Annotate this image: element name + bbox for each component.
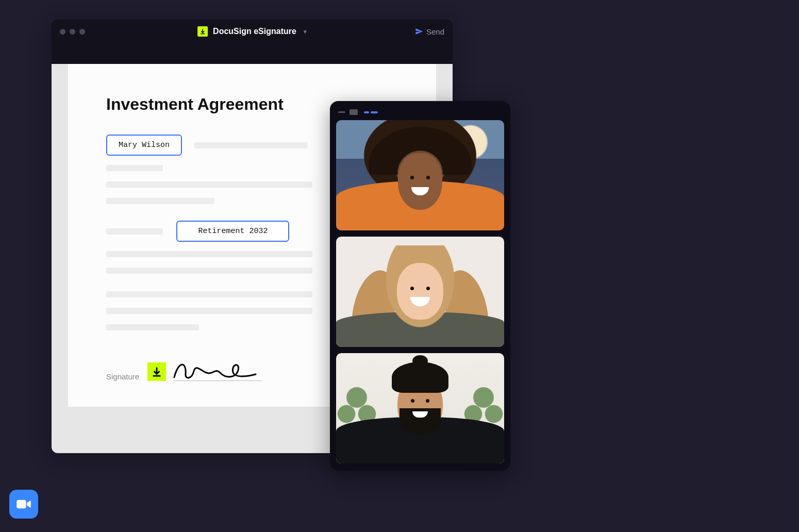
docusign-download-icon xyxy=(197,26,208,37)
signature-scribble xyxy=(171,359,264,381)
traffic-close[interactable] xyxy=(60,29,65,35)
app-title: DocuSign eSignature xyxy=(213,27,296,36)
placeholder-line xyxy=(106,308,312,314)
participant-name: Mary Wilson xyxy=(346,215,386,223)
minimize-icon[interactable] xyxy=(338,111,345,113)
video-tile[interactable]: Blake Hayes xyxy=(336,353,504,463)
avatar xyxy=(397,263,443,320)
placeholder-line xyxy=(106,165,163,171)
plan-field[interactable]: Retirement 2032 xyxy=(176,221,289,242)
background-decor xyxy=(458,381,504,463)
background-decor xyxy=(336,381,382,463)
traffic-maximize[interactable] xyxy=(79,29,85,35)
placeholder-line xyxy=(106,181,312,188)
placeholder-line xyxy=(194,142,308,148)
layout-toggle-icon[interactable] xyxy=(364,111,378,113)
window-traffic-lights[interactable] xyxy=(60,29,85,35)
chevron-down-icon[interactable]: ▾ xyxy=(304,28,307,35)
maximize-icon[interactable] xyxy=(349,109,358,115)
app-title-group[interactable]: DocuSign eSignature ▾ xyxy=(197,26,307,37)
zoom-app-icon[interactable] xyxy=(9,490,38,519)
placeholder-line xyxy=(106,198,214,204)
send-label: Send xyxy=(426,27,444,36)
participant-name: Blake Hayes xyxy=(346,448,387,456)
sign-here-icon[interactable] xyxy=(147,362,166,381)
avatar xyxy=(400,408,441,434)
placeholder-line xyxy=(106,324,199,330)
svg-rect-0 xyxy=(16,500,26,509)
mic-muted-icon xyxy=(346,331,353,340)
participant-name-chip: Mary Wilson xyxy=(341,213,391,225)
video-panel-controls xyxy=(336,107,504,120)
window-titlebar: DocuSign eSignature ▾ Send xyxy=(52,20,453,43)
participant-name-chip: Blake Hayes xyxy=(341,446,392,458)
video-camera-icon xyxy=(16,498,31,510)
send-button[interactable]: Send xyxy=(415,27,444,36)
signature-field[interactable] xyxy=(174,362,262,381)
video-call-panel[interactable]: Mary Wilson Linda Simon xyxy=(330,101,510,471)
placeholder-line xyxy=(106,268,312,274)
placeholder-line xyxy=(106,291,312,297)
placeholder-line xyxy=(106,251,312,257)
name-field[interactable]: Mary Wilson xyxy=(106,135,182,156)
signature-label: Signature xyxy=(106,372,139,381)
traffic-minimize[interactable] xyxy=(70,29,75,35)
video-tile[interactable]: Mary Wilson xyxy=(336,120,504,230)
avatar xyxy=(392,362,448,393)
placeholder-line xyxy=(106,228,163,235)
video-tile[interactable]: Linda Simon xyxy=(336,237,504,347)
